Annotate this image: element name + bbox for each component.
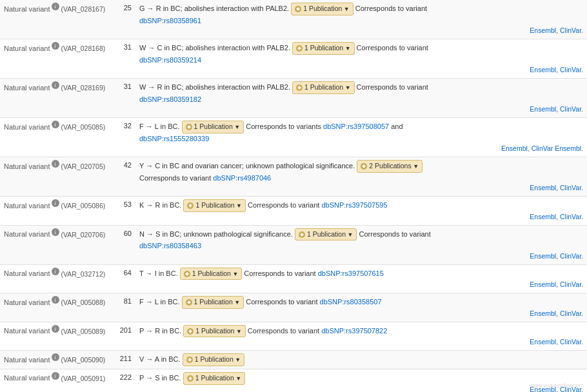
external-link[interactable]: ClinVar Ensembl	[532, 144, 581, 152]
dbsnp-link[interactable]: dbSNP:rs4987046	[213, 174, 271, 182]
dbsnp-link[interactable]: dbSNP:rs1555280339	[139, 135, 209, 142]
variant-type: Natural varianti	[4, 162, 59, 170]
desc-text: W → R in BC; abolishes interaction with …	[139, 83, 292, 91]
position-cell: 32	[110, 118, 135, 157]
publication-button[interactable]: ◆1 Publication	[183, 199, 246, 212]
dbsnp-link[interactable]: dbSNP:rs80359182	[139, 95, 201, 103]
desc-line: F → L in BC. ◆1 Publication Corresponds …	[139, 296, 583, 309]
variant-type-cell: Natural varianti (VAR_028167)	[0, 0, 110, 39]
publication-button[interactable]: ◆1 Publication	[292, 81, 355, 94]
desc-text: Corresponds to variant	[139, 174, 213, 182]
dbsnp-link[interactable]: dbSNP:rs397507595	[321, 201, 387, 209]
external-link[interactable]: ClinVar	[560, 105, 581, 113]
desc-line: G → R in BC; abolishes interaction with …	[139, 3, 583, 15]
dbsnp-link[interactable]: dbSNP:rs397507822	[321, 327, 387, 335]
external-link[interactable]: ClinVar	[560, 338, 581, 346]
dbsnp-link[interactable]: dbSNP:rs80359214	[139, 56, 201, 64]
variant-type-cell: Natural varianti (VAR_028168)	[0, 39, 110, 79]
var-id: (VAR_005089)	[61, 327, 106, 335]
position-cell: 64	[110, 264, 135, 293]
publication-button[interactable]: ◆1 Publication	[292, 42, 355, 55]
info-icon[interactable]: i	[52, 353, 59, 361]
external-link[interactable]: Ensembl	[530, 105, 556, 113]
publication-button[interactable]: ◆2 Publications	[357, 160, 423, 173]
info-icon[interactable]: i	[52, 325, 59, 333]
external-link[interactable]: Ensembl	[530, 184, 556, 191]
var-id: (VAR_020706)	[61, 230, 106, 238]
external-link[interactable]: ClinVar	[560, 309, 581, 317]
external-link[interactable]: Ensembl	[530, 280, 556, 288]
desc-text: F → L in BC.	[139, 122, 182, 130]
position-cell: 25	[110, 0, 135, 39]
publication-button[interactable]: ◆1 Publication	[180, 268, 243, 280]
info-icon[interactable]: i	[52, 268, 59, 275]
publication-button[interactable]: ◆1 Publication	[183, 353, 245, 366]
info-icon[interactable]: i	[52, 160, 59, 168]
var-id: (VAR_005085)	[61, 123, 106, 131]
info-icon[interactable]: i	[52, 3, 59, 10]
external-link[interactable]: ClinVar	[560, 66, 581, 74]
variant-type: Natural varianti	[4, 44, 59, 52]
variant-type-cell: Natural varianti (VAR_005088)	[0, 293, 110, 322]
desc-text: F → L in BC.	[139, 298, 182, 306]
dbsnp-link[interactable]: dbSNP:rs397508057	[323, 122, 389, 130]
external-link[interactable]: Ensembl	[501, 144, 528, 152]
desc-after: Corresponds to variant	[246, 327, 321, 335]
position-cell: 201	[110, 322, 135, 351]
dbsnp-link[interactable]: dbSNP:rs80358507	[320, 298, 382, 306]
info-icon[interactable]: i	[52, 121, 59, 128]
publication-button[interactable]: ◆1 Publication	[182, 296, 244, 309]
table-row: Natural varianti (VAR_005088)81F → L in …	[0, 293, 587, 322]
desc-after: Corresponds to variant	[353, 5, 427, 12]
position: 60	[124, 230, 132, 237]
external-link[interactable]: Ensembl	[530, 26, 556, 34]
publication-button[interactable]: ◆1 Publication	[291, 3, 353, 15]
external-link[interactable]: ClinVar	[560, 26, 581, 34]
external-link[interactable]: Ensembl	[530, 309, 556, 317]
variant-type: Natural varianti	[4, 356, 59, 364]
external-link[interactable]: ClinVar	[560, 213, 581, 220]
position: 201	[120, 326, 132, 334]
external-link[interactable]: ClinVar	[560, 280, 581, 288]
pub-icon: ◆	[361, 163, 367, 170]
publication-button[interactable]: ◆1 Publication	[183, 325, 246, 338]
description-cell: F → L in BC. ◆1 Publication Corresponds …	[135, 293, 587, 322]
variant-type: Natural varianti	[4, 299, 59, 306]
desc-line: K → R in BC. ◆1 Publication Corresponds …	[139, 199, 583, 212]
description-cell: W → C in BC; abolishes interaction with …	[135, 39, 587, 79]
desc-after: Corresponds to variant	[244, 298, 319, 306]
external-link[interactable]: Ensembl	[530, 338, 556, 346]
info-icon[interactable]: i	[52, 42, 59, 50]
pub-icon: ◆	[184, 271, 190, 277]
external-link[interactable]: Ensembl	[530, 213, 556, 220]
table-row: Natural varianti (VAR_005091)222P → S in…	[0, 369, 587, 392]
external-link[interactable]: ClinVar	[560, 184, 581, 191]
table-row: Natural varianti (VAR_005085)32F → L in …	[0, 118, 587, 157]
var-id: (VAR_005090)	[61, 356, 106, 364]
desc-line: N → S in BC; unknown pathological signif…	[139, 228, 583, 241]
dbsnp-line: dbSNP:rs80358961	[139, 15, 583, 26]
info-icon[interactable]: i	[52, 228, 59, 236]
info-icon[interactable]: i	[52, 372, 59, 380]
variants-table: Natural varianti (VAR_028167)25G → R in …	[0, 0, 587, 392]
pub-icon: ◆	[296, 84, 303, 91]
publication-button[interactable]: ◆1 Publication	[182, 121, 244, 133]
desc-text: W → C in BC; abolishes interaction with …	[139, 44, 292, 52]
pub-icon: ◆	[296, 45, 303, 52]
publication-button[interactable]: ◆1 Publication	[183, 372, 246, 385]
info-icon[interactable]: i	[52, 296, 59, 304]
publication-button[interactable]: ◆1 Publication	[295, 228, 357, 241]
desc-text: P → S in BC.	[139, 374, 183, 382]
external-link[interactable]: Ensembl	[530, 252, 556, 260]
dbsnp-link[interactable]: dbSNP:rs80358463	[139, 242, 201, 250]
external-link[interactable]: ClinVar	[560, 252, 581, 260]
info-icon[interactable]: i	[52, 81, 59, 89]
dbsnp-link[interactable]: dbSNP:rs397507615	[318, 270, 384, 277]
info-icon[interactable]: i	[52, 199, 59, 207]
position-cell: 81	[110, 293, 135, 322]
desc-line: Y → C in BC and ovarian cancer; unknown …	[139, 160, 583, 173]
table-row: Natural varianti (VAR_028168)31W → C in …	[0, 39, 587, 79]
dbsnp-link[interactable]: dbSNP:rs80358961	[139, 17, 201, 24]
external-link[interactable]: Ensembl	[530, 66, 556, 74]
position-cell: 60	[110, 225, 135, 264]
